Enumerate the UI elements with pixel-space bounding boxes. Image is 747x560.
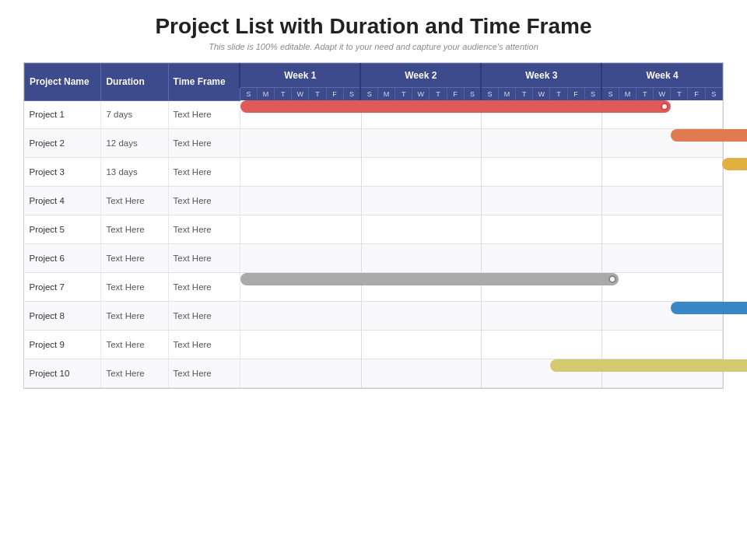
week-separator — [361, 244, 362, 272]
timeframe-cell: Text Here — [168, 158, 240, 187]
timeframe-cell: Text Here — [168, 331, 240, 359]
table-row: Project 4Text HereText Here — [25, 187, 723, 215]
day-header-14: S — [481, 88, 498, 101]
timeframe-cell: Text Here — [168, 129, 240, 158]
day-header-10: W — [412, 88, 430, 101]
duration-cell: Text Here — [101, 187, 168, 215]
gantt-container — [240, 100, 722, 128]
week3-header: Week 3 — [481, 64, 601, 88]
duration-cell: Text Here — [101, 273, 168, 302]
gantt-cell — [240, 359, 722, 388]
duration-cell: Text Here — [101, 331, 168, 359]
day-header-23: T — [637, 88, 654, 101]
day-header-21: S — [601, 88, 619, 101]
week-separator — [481, 129, 482, 157]
gantt-bar — [671, 129, 747, 142]
duration-cell: 12 days — [101, 129, 168, 158]
week-separator — [361, 215, 362, 243]
gantt-container — [240, 302, 722, 330]
gantt-cell — [240, 100, 722, 129]
day-header-15: M — [498, 88, 515, 101]
project-name-cell: Project 9 — [25, 331, 101, 359]
week-separator — [481, 331, 482, 359]
gantt-table-wrap: Project Name Duration Time Frame Week 1 … — [23, 62, 724, 389]
week-separator — [481, 187, 482, 215]
table-row: Project 7Text HereText Here — [25, 273, 723, 302]
gantt-bar-dot — [661, 103, 668, 110]
gantt-cell — [240, 302, 722, 331]
day-header-5: F — [326, 88, 343, 101]
gantt-cell — [240, 158, 722, 187]
gantt-container — [240, 187, 722, 215]
gantt-container — [240, 359, 722, 387]
table-row: Project 9Text HereText Here — [25, 331, 723, 359]
day-header-8: M — [377, 88, 395, 101]
gantt-container — [240, 158, 722, 186]
table-row: Project 212 daysText Here — [25, 129, 723, 158]
day-header-19: F — [567, 88, 584, 101]
timeframe-cell: Text Here — [168, 100, 240, 129]
project-name-cell: Project 5 — [25, 215, 101, 244]
day-header-24: W — [654, 88, 671, 101]
duration-cell: Text Here — [101, 359, 168, 388]
gantt-container — [240, 331, 722, 359]
gantt-bar-dot — [608, 275, 616, 283]
header-row-top: Project Name Duration Time Frame Week 1 … — [25, 64, 723, 88]
gantt-container — [240, 244, 722, 272]
week-separator — [601, 244, 602, 272]
day-header-12: F — [447, 88, 464, 101]
week4-header: Week 4 — [601, 64, 722, 88]
gantt-cell — [240, 331, 722, 359]
gantt-cell — [240, 215, 722, 244]
gantt-bar — [550, 359, 747, 372]
week-separator — [481, 359, 482, 387]
page: Project List with Duration and Time Fram… — [0, 0, 747, 560]
project-name-cell: Project 1 — [25, 100, 101, 129]
day-header-25: T — [671, 88, 688, 101]
gantt-bar — [240, 100, 671, 113]
day-header-0: S — [240, 88, 257, 101]
week-separator — [601, 302, 602, 330]
day-header-26: F — [688, 88, 705, 101]
day-header-13: S — [464, 88, 481, 101]
day-header-7: S — [360, 88, 377, 101]
timeframe-cell: Text Here — [168, 359, 240, 388]
week-separator — [601, 331, 602, 359]
project-name-cell: Project 7 — [25, 273, 101, 302]
week-separator — [481, 302, 482, 330]
project-name-cell: Project 4 — [25, 187, 101, 215]
week-separator — [481, 244, 482, 272]
week-separator — [361, 187, 362, 215]
table-row: Project 5Text HereText Here — [25, 215, 723, 244]
col-project-name: Project Name — [25, 64, 101, 101]
week2-header: Week 2 — [360, 64, 481, 88]
day-header-11: T — [430, 88, 447, 101]
day-header-20: S — [584, 88, 601, 101]
table-row: Project 10Text HereText Here — [25, 359, 723, 388]
gantt-cell — [240, 129, 722, 158]
week-separator — [601, 158, 602, 186]
day-header-2: T — [275, 88, 292, 101]
gantt-cell — [240, 244, 722, 273]
project-name-cell: Project 10 — [25, 359, 101, 388]
week-separator — [361, 302, 362, 330]
week-separator — [361, 129, 362, 157]
page-subtitle: This slide is 100% editable. Adapt it to… — [209, 42, 538, 51]
day-header-18: T — [550, 88, 567, 101]
gantt-bar — [722, 158, 747, 170]
day-header-9: T — [395, 88, 412, 101]
gantt-container — [240, 129, 722, 157]
timeframe-cell: Text Here — [168, 187, 240, 215]
day-header-17: W — [533, 88, 550, 101]
gantt-cell — [240, 187, 722, 215]
gantt-cell — [240, 273, 722, 302]
day-header-1: M — [257, 88, 274, 101]
col-timeframe: Time Frame — [168, 64, 240, 101]
project-name-cell: Project 6 — [25, 244, 101, 273]
week-separator — [601, 215, 602, 243]
project-name-cell: Project 8 — [25, 302, 101, 331]
day-header-22: M — [619, 88, 636, 101]
day-header-27: S — [705, 88, 722, 101]
duration-cell: Text Here — [101, 244, 168, 273]
week-separator — [361, 331, 362, 359]
